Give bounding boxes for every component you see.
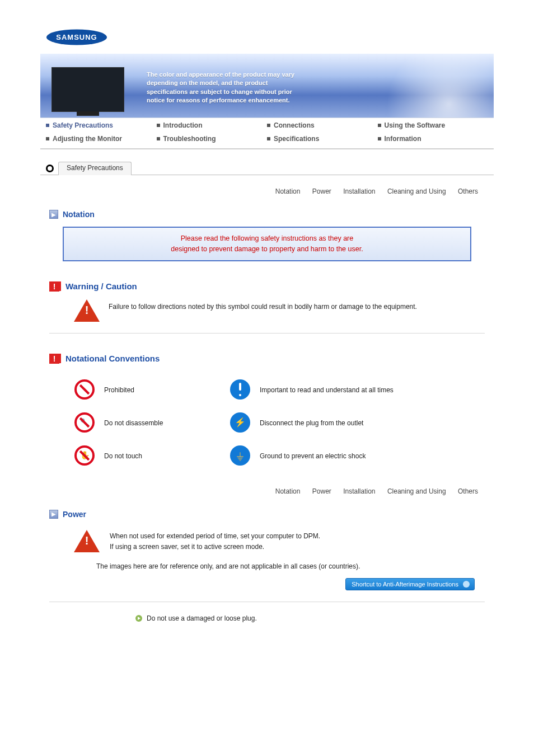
important-icon	[230, 379, 250, 400]
warning-triangle-icon: !	[74, 530, 100, 552]
subnav-others[interactable]: Others	[458, 187, 478, 195]
banner-line2: depending on the model, and the product	[147, 79, 268, 86]
secondary-nav: Notation Power Installation Cleaning and…	[40, 175, 494, 195]
monitor-illustration-icon	[51, 67, 124, 112]
subnav-others[interactable]: Others	[458, 487, 478, 495]
nav-safety-precautions[interactable]: Safety Precautions	[53, 121, 113, 129]
bullet-icon	[378, 124, 381, 127]
safety-callout: Please read the following safety instruc…	[63, 227, 471, 261]
power-bullet-item: Do not use a damaged or loose plug.	[40, 614, 494, 622]
nav-troubleshooting[interactable]: Troubleshooting	[163, 135, 216, 143]
brand-logo: SAMSUNG	[46, 28, 494, 48]
subnav-cleaning[interactable]: Cleaning and Using	[387, 187, 446, 195]
nav-connections[interactable]: Connections	[274, 121, 315, 129]
play-icon	[465, 583, 468, 586]
power-note: The images here are for reference only, …	[96, 562, 485, 570]
power-bullet-text: Do not use a damaged or loose plug.	[147, 614, 257, 622]
samsung-logo-icon: SAMSUNG	[46, 28, 107, 46]
conventions-grid: Prohibited Important to read and underst…	[40, 369, 494, 475]
callout-line1: Please read the following safety instruc…	[181, 234, 354, 242]
bullet-icon	[46, 124, 49, 127]
power-line2: If using a screen saver, set it to activ…	[110, 543, 264, 551]
subnav-notation[interactable]: Notation	[275, 487, 301, 495]
label-ground: Ground to prevent an electric shock	[256, 440, 485, 473]
ground-icon	[230, 445, 250, 466]
subnav-power[interactable]: Power	[312, 487, 331, 495]
bullet-icon	[267, 124, 270, 127]
label-disassemble: Do not disassemble	[101, 407, 224, 440]
section-tab-header: Safety Precautions	[46, 162, 494, 175]
primary-nav-row1: Safety Precautions Introduction Connecti…	[40, 118, 494, 132]
callout-line2: designed to prevent damage to property a…	[171, 245, 363, 253]
banner-line4: notice for reasons of performance enhanc…	[147, 97, 290, 104]
hero-banner: The color and appearance of the product …	[40, 54, 494, 118]
arrow-right-icon: ▶	[49, 510, 58, 519]
svg-text:SAMSUNG: SAMSUNG	[56, 33, 97, 41]
banner-line3: specifications are subject to change wit…	[147, 88, 292, 95]
nav-information[interactable]: Information	[385, 135, 421, 143]
bullet-icon	[157, 124, 160, 127]
subnav-power[interactable]: Power	[312, 187, 331, 195]
arrow-right-icon: ▶	[49, 210, 58, 219]
warning-triangle-icon: !	[74, 299, 100, 322]
bullet-icon	[378, 137, 381, 140]
label-disconnect: Disconnect the plug from the outlet	[256, 407, 485, 440]
active-section-tab: Safety Precautions	[58, 162, 132, 175]
shortcut-label: Shortcut to Anti-Afterimage Instructions	[352, 581, 458, 588]
banner-line1: The color and appearance of the product …	[147, 71, 294, 78]
nav-introduction[interactable]: Introduction	[163, 121, 203, 129]
no-touch-icon	[74, 445, 95, 466]
subnav-installation[interactable]: Installation	[343, 187, 375, 195]
banner-disclaimer: The color and appearance of the product …	[147, 71, 331, 105]
subnav-notation[interactable]: Notation	[275, 187, 301, 195]
bullet-icon	[157, 137, 160, 140]
warning-description: Failure to follow directions noted by th…	[109, 299, 417, 311]
heading-warning-caution: Warning / Caution	[58, 281, 137, 291]
subnav-installation[interactable]: Installation	[343, 487, 375, 495]
bullet-play-icon	[135, 615, 142, 622]
prohibited-icon	[74, 379, 95, 400]
bullet-icon	[267, 137, 270, 140]
nav-using-software[interactable]: Using the Software	[385, 121, 446, 129]
anti-afterimage-shortcut-button[interactable]: Shortcut to Anti-Afterimage Instructions	[345, 578, 475, 590]
bullet-icon	[46, 137, 49, 140]
heading-notation: Notation	[63, 210, 95, 219]
heading-notational-conventions: Notational Conventions	[58, 354, 160, 363]
disconnect-plug-icon	[230, 412, 250, 433]
circle-o-icon	[46, 165, 54, 172]
nav-specifications[interactable]: Specifications	[274, 135, 319, 143]
nav-adjusting-monitor[interactable]: Adjusting the Monitor	[53, 135, 122, 143]
primary-nav-row2: Adjusting the Monitor Troubleshooting Sp…	[40, 132, 494, 149]
power-line1: When not used for extended period of tim…	[110, 532, 320, 540]
heading-power: Power	[63, 510, 86, 519]
label-prohibited: Prohibited	[101, 374, 224, 407]
secondary-nav-repeat: Notation Power Installation Cleaning and…	[40, 475, 494, 495]
label-important: Important to read and understand at all …	[256, 374, 485, 407]
no-disassemble-icon	[74, 412, 95, 433]
label-no-touch: Do not touch	[101, 440, 224, 473]
subnav-cleaning[interactable]: Cleaning and Using	[387, 487, 446, 495]
power-intro: When not used for extended period of tim…	[110, 530, 320, 552]
